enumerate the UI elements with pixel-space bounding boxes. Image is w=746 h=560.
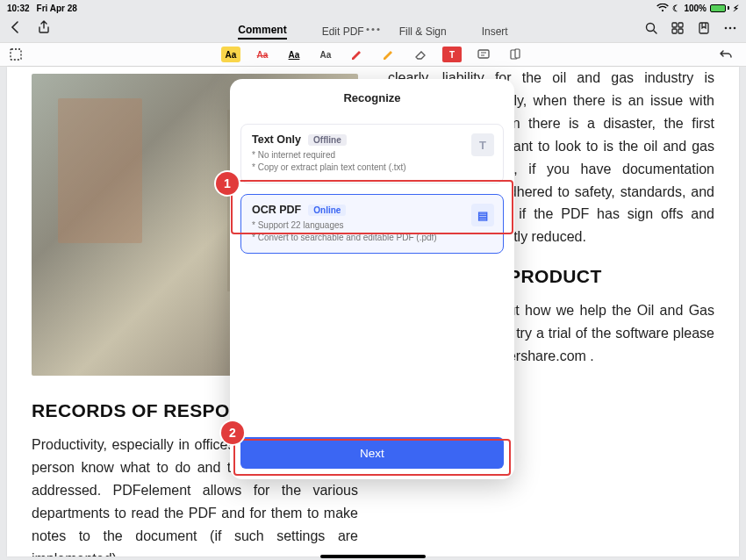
tab-insert[interactable]: Insert <box>482 25 508 38</box>
underline-tool[interactable]: Aa <box>284 47 304 62</box>
option-text-only-line1: * No internet required <box>252 149 492 162</box>
svg-point-6 <box>725 27 728 30</box>
thumbnails-button[interactable] <box>671 21 685 39</box>
ocr-pdf-icon: ▤ <box>471 204 494 226</box>
svg-rect-10 <box>478 50 489 58</box>
status-time: 10:32 <box>7 4 30 13</box>
status-bar: 10:32 Fri Apr 28 ☾ 100% ⚡︎ <box>0 0 746 16</box>
svg-point-8 <box>734 27 736 30</box>
status-date: Fri Apr 28 <box>37 4 77 13</box>
more-button[interactable] <box>723 21 737 39</box>
offline-badge: Offline <box>308 134 347 146</box>
option-text-only-line2: * Copy or extract plain text content (.t… <box>252 162 492 174</box>
option-text-only[interactable]: Text Only Offline * No internet required… <box>240 124 504 183</box>
recognize-modal: Recognize Text Only Offline * No interne… <box>230 79 514 479</box>
annotation-callout-2: 2 <box>221 421 244 444</box>
annotation-callout-1: 1 <box>216 172 239 195</box>
tab-comment[interactable]: Comment <box>238 24 286 39</box>
eraser-tool[interactable] <box>411 47 430 62</box>
annotation-toolbar: Aa Aa Aa Aa T <box>0 42 746 67</box>
svg-rect-3 <box>672 29 677 33</box>
charging-icon: ⚡︎ <box>733 4 739 13</box>
svg-rect-9 <box>11 49 21 60</box>
svg-point-7 <box>729 27 732 30</box>
tab-fill-sign[interactable]: Fill & Sign <box>399 25 447 38</box>
textbox-tool[interactable]: T <box>442 47 462 62</box>
highlight-tool[interactable]: Aa <box>221 47 240 62</box>
bookmark-button[interactable] <box>697 21 711 39</box>
option-ocr-line2: * Convert to searchable and editable PDF… <box>252 232 492 244</box>
stamp-tool[interactable] <box>506 47 525 62</box>
home-indicator[interactable] <box>320 555 426 558</box>
option-ocr-pdf[interactable]: OCR PDF Online * Support 22 languages * … <box>240 194 504 254</box>
text-only-icon: T <box>471 133 494 156</box>
marker-orange-tool[interactable] <box>379 47 398 62</box>
note-tool[interactable] <box>474 47 493 62</box>
next-button[interactable]: Next <box>240 437 504 469</box>
svg-rect-1 <box>672 23 677 27</box>
modal-title: Recognize <box>240 91 504 104</box>
battery-percent: 100% <box>684 4 707 13</box>
marker-red-tool[interactable] <box>348 47 367 62</box>
tab-edit-pdf[interactable]: Edit PDF <box>322 25 364 38</box>
squiggly-tool[interactable]: Aa <box>316 47 335 62</box>
wifi-icon <box>656 4 669 12</box>
dnd-moon-icon: ☾ <box>672 4 680 13</box>
svg-rect-12 <box>515 49 520 58</box>
strikethrough-tool[interactable]: Aa <box>253 47 272 62</box>
undo-button[interactable] <box>718 47 734 62</box>
svg-point-0 <box>647 24 655 32</box>
selection-tool[interactable] <box>9 47 23 61</box>
svg-rect-2 <box>678 23 683 27</box>
online-badge: Online <box>308 205 346 216</box>
svg-rect-5 <box>699 23 708 33</box>
option-ocr-title: OCR PDF <box>252 204 301 216</box>
battery-icon <box>710 4 729 12</box>
tab-bar: Comment Edit PDF Fill & Sign Insert <box>0 21 746 42</box>
search-button[interactable] <box>644 21 658 39</box>
option-text-only-title: Text Only <box>252 133 301 146</box>
svg-rect-4 <box>678 29 683 33</box>
option-ocr-line1: * Support 22 languages <box>252 219 492 232</box>
